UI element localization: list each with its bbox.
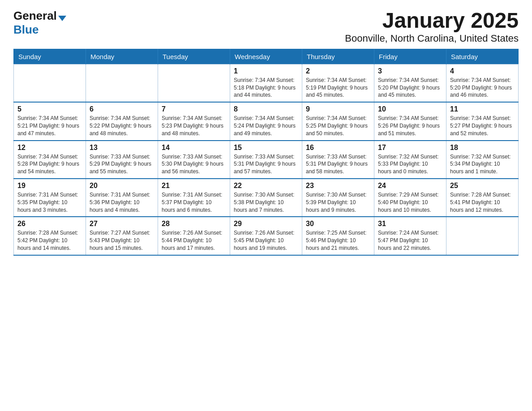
- cell-daylight-info: Sunrise: 7:34 AM Sunset: 5:26 PM Dayligh…: [378, 115, 442, 137]
- cell-day-number: 11: [450, 105, 515, 113]
- calendar-cell: 11Sunrise: 7:34 AM Sunset: 5:27 PM Dayli…: [446, 102, 519, 140]
- calendar-cell: 13Sunrise: 7:33 AM Sunset: 5:29 PM Dayli…: [86, 141, 158, 179]
- calendar-cell: 15Sunrise: 7:33 AM Sunset: 5:31 PM Dayli…: [230, 141, 302, 179]
- calendar-header: SundayMondayTuesdayWednesdayThursdayFrid…: [14, 49, 519, 64]
- header-day-friday: Friday: [374, 49, 446, 64]
- logo-blue-text: Blue: [13, 23, 39, 37]
- cell-daylight-info: Sunrise: 7:33 AM Sunset: 5:30 PM Dayligh…: [162, 153, 226, 176]
- cell-day-number: 22: [234, 182, 298, 190]
- page-subtitle: Boonville, North Carolina, United States: [345, 33, 519, 44]
- cell-daylight-info: Sunrise: 7:34 AM Sunset: 5:27 PM Dayligh…: [450, 115, 515, 137]
- calendar-cell: 17Sunrise: 7:32 AM Sunset: 5:33 PM Dayli…: [374, 141, 446, 179]
- calendar-cell: 5Sunrise: 7:34 AM Sunset: 5:21 PM Daylig…: [14, 102, 86, 140]
- calendar-cell: 31Sunrise: 7:24 AM Sunset: 5:47 PM Dayli…: [374, 217, 446, 255]
- header-day-thursday: Thursday: [302, 49, 374, 64]
- calendar-cell: 4Sunrise: 7:34 AM Sunset: 5:20 PM Daylig…: [446, 64, 519, 102]
- cell-daylight-info: Sunrise: 7:33 AM Sunset: 5:29 PM Dayligh…: [90, 153, 154, 176]
- cell-day-number: 3: [378, 67, 442, 75]
- cell-daylight-info: Sunrise: 7:25 AM Sunset: 5:46 PM Dayligh…: [306, 229, 370, 252]
- calendar-cell: 1Sunrise: 7:34 AM Sunset: 5:18 PM Daylig…: [230, 64, 302, 102]
- cell-day-number: 31: [378, 220, 442, 228]
- cell-daylight-info: Sunrise: 7:34 AM Sunset: 5:18 PM Dayligh…: [234, 77, 298, 99]
- calendar-cell: 3Sunrise: 7:34 AM Sunset: 5:20 PM Daylig…: [374, 64, 446, 102]
- calendar-cell: 9Sunrise: 7:34 AM Sunset: 5:25 PM Daylig…: [302, 102, 374, 140]
- calendar-cell: 18Sunrise: 7:32 AM Sunset: 5:34 PM Dayli…: [446, 141, 519, 179]
- header-day-monday: Monday: [86, 49, 158, 64]
- cell-daylight-info: Sunrise: 7:34 AM Sunset: 5:20 PM Dayligh…: [378, 77, 442, 99]
- cell-day-number: 21: [162, 182, 226, 190]
- calendar-cell: 27Sunrise: 7:27 AM Sunset: 5:43 PM Dayli…: [86, 217, 158, 255]
- cell-day-number: 18: [450, 144, 515, 152]
- cell-daylight-info: Sunrise: 7:34 AM Sunset: 5:20 PM Dayligh…: [450, 77, 515, 99]
- cell-daylight-info: Sunrise: 7:26 AM Sunset: 5:44 PM Dayligh…: [162, 229, 226, 252]
- calendar-cell: 22Sunrise: 7:30 AM Sunset: 5:38 PM Dayli…: [230, 179, 302, 217]
- calendar-cell: [86, 64, 158, 102]
- cell-day-number: 7: [162, 105, 226, 113]
- week-row-1: 1Sunrise: 7:34 AM Sunset: 5:18 PM Daylig…: [14, 64, 519, 102]
- cell-daylight-info: Sunrise: 7:32 AM Sunset: 5:33 PM Dayligh…: [378, 153, 442, 176]
- calendar-cell: 6Sunrise: 7:34 AM Sunset: 5:22 PM Daylig…: [86, 102, 158, 140]
- header-day-tuesday: Tuesday: [158, 49, 230, 64]
- week-row-3: 12Sunrise: 7:34 AM Sunset: 5:28 PM Dayli…: [14, 141, 519, 179]
- cell-day-number: 30: [306, 220, 370, 228]
- calendar-cell: 19Sunrise: 7:31 AM Sunset: 5:35 PM Dayli…: [14, 179, 86, 217]
- cell-day-number: 2: [306, 67, 370, 75]
- cell-daylight-info: Sunrise: 7:31 AM Sunset: 5:35 PM Dayligh…: [17, 191, 82, 214]
- days-of-week-row: SundayMondayTuesdayWednesdayThursdayFrid…: [14, 49, 519, 64]
- calendar-body: 1Sunrise: 7:34 AM Sunset: 5:18 PM Daylig…: [14, 64, 519, 255]
- calendar-cell: 12Sunrise: 7:34 AM Sunset: 5:28 PM Dayli…: [14, 141, 86, 179]
- calendar-cell: 20Sunrise: 7:31 AM Sunset: 5:36 PM Dayli…: [86, 179, 158, 217]
- title-section: January 2025 Boonville, North Carolina, …: [345, 9, 519, 44]
- cell-daylight-info: Sunrise: 7:31 AM Sunset: 5:37 PM Dayligh…: [162, 191, 226, 214]
- cell-day-number: 12: [17, 144, 82, 152]
- cell-daylight-info: Sunrise: 7:31 AM Sunset: 5:36 PM Dayligh…: [90, 191, 154, 214]
- calendar-cell: 2Sunrise: 7:34 AM Sunset: 5:19 PM Daylig…: [302, 64, 374, 102]
- cell-daylight-info: Sunrise: 7:34 AM Sunset: 5:21 PM Dayligh…: [17, 115, 82, 137]
- cell-daylight-info: Sunrise: 7:30 AM Sunset: 5:38 PM Dayligh…: [234, 191, 298, 214]
- cell-daylight-info: Sunrise: 7:33 AM Sunset: 5:31 PM Dayligh…: [234, 153, 298, 176]
- cell-day-number: 26: [17, 220, 82, 228]
- calendar-cell: 26Sunrise: 7:28 AM Sunset: 5:42 PM Dayli…: [14, 217, 86, 255]
- cell-day-number: 5: [17, 105, 82, 113]
- calendar-cell: 28Sunrise: 7:26 AM Sunset: 5:44 PM Dayli…: [158, 217, 230, 255]
- cell-day-number: 6: [90, 105, 154, 113]
- calendar-cell: 30Sunrise: 7:25 AM Sunset: 5:46 PM Dayli…: [302, 217, 374, 255]
- page-header: General Blue January 2025 Boonville, Nor…: [13, 9, 519, 44]
- cell-daylight-info: Sunrise: 7:33 AM Sunset: 5:31 PM Dayligh…: [306, 153, 370, 176]
- cell-daylight-info: Sunrise: 7:34 AM Sunset: 5:28 PM Dayligh…: [17, 153, 82, 176]
- calendar-cell: 8Sunrise: 7:34 AM Sunset: 5:24 PM Daylig…: [230, 102, 302, 140]
- calendar-cell: 10Sunrise: 7:34 AM Sunset: 5:26 PM Dayli…: [374, 102, 446, 140]
- calendar-cell: 16Sunrise: 7:33 AM Sunset: 5:31 PM Dayli…: [302, 141, 374, 179]
- calendar-cell: 23Sunrise: 7:30 AM Sunset: 5:39 PM Dayli…: [302, 179, 374, 217]
- cell-daylight-info: Sunrise: 7:34 AM Sunset: 5:19 PM Dayligh…: [306, 77, 370, 99]
- cell-day-number: 28: [162, 220, 226, 228]
- cell-daylight-info: Sunrise: 7:34 AM Sunset: 5:22 PM Dayligh…: [90, 115, 154, 137]
- calendar-cell: 29Sunrise: 7:26 AM Sunset: 5:45 PM Dayli…: [230, 217, 302, 255]
- header-day-wednesday: Wednesday: [230, 49, 302, 64]
- calendar-cell: [446, 217, 519, 255]
- calendar-cell: 24Sunrise: 7:29 AM Sunset: 5:40 PM Dayli…: [374, 179, 446, 217]
- cell-day-number: 29: [234, 220, 298, 228]
- cell-daylight-info: Sunrise: 7:28 AM Sunset: 5:42 PM Dayligh…: [17, 229, 82, 252]
- cell-day-number: 16: [306, 144, 370, 152]
- cell-day-number: 4: [450, 67, 515, 75]
- cell-daylight-info: Sunrise: 7:29 AM Sunset: 5:40 PM Dayligh…: [378, 191, 442, 214]
- cell-daylight-info: Sunrise: 7:34 AM Sunset: 5:23 PM Dayligh…: [162, 115, 226, 137]
- logo-arrow-icon: [58, 16, 66, 21]
- cell-day-number: 20: [90, 182, 154, 190]
- cell-daylight-info: Sunrise: 7:26 AM Sunset: 5:45 PM Dayligh…: [234, 229, 298, 252]
- cell-daylight-info: Sunrise: 7:28 AM Sunset: 5:41 PM Dayligh…: [450, 191, 515, 214]
- header-day-saturday: Saturday: [446, 49, 519, 64]
- calendar-cell: 25Sunrise: 7:28 AM Sunset: 5:41 PM Dayli…: [446, 179, 519, 217]
- cell-daylight-info: Sunrise: 7:34 AM Sunset: 5:25 PM Dayligh…: [306, 115, 370, 137]
- calendar-cell: [14, 64, 86, 102]
- cell-daylight-info: Sunrise: 7:34 AM Sunset: 5:24 PM Dayligh…: [234, 115, 298, 137]
- cell-day-number: 19: [17, 182, 82, 190]
- cell-day-number: 13: [90, 144, 154, 152]
- page-title: January 2025: [345, 9, 519, 33]
- cell-daylight-info: Sunrise: 7:24 AM Sunset: 5:47 PM Dayligh…: [378, 229, 442, 252]
- week-row-5: 26Sunrise: 7:28 AM Sunset: 5:42 PM Dayli…: [14, 217, 519, 255]
- calendar-cell: [158, 64, 230, 102]
- cell-day-number: 10: [378, 105, 442, 113]
- calendar-table: SundayMondayTuesdayWednesdayThursdayFrid…: [13, 49, 519, 256]
